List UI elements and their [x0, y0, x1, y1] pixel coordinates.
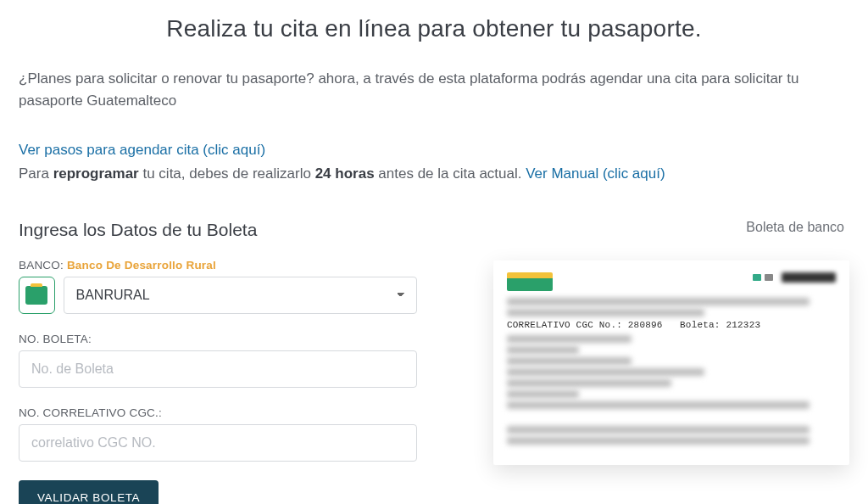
boleta-label: NO. BOLETA:	[19, 333, 417, 345]
bank-name: Banco De Desarrollo Rural	[67, 259, 216, 272]
receipt-clear-line: CORRELATIVO CGC No.: 280896 Boleta: 2123…	[507, 320, 836, 330]
page-title: Realiza tu cita en línea para obtener tu…	[19, 15, 849, 42]
form-section-title: Ingresa los Datos de tu Boleta	[19, 220, 417, 240]
receipt-number-blur	[782, 272, 836, 283]
txt: antes de la cita actual.	[375, 165, 526, 182]
intro-text: ¿Planes para solicitar o renovar tu pasa…	[19, 68, 849, 113]
bank-label: BANCO: Banco De Desarrollo Rural	[19, 259, 417, 272]
bank-logo-box	[19, 277, 55, 314]
validate-button[interactable]: VALIDAR BOLETA	[19, 480, 159, 504]
receipt-logo-icon	[507, 272, 553, 291]
links-block: Ver pasos para agendar cita (clic aquí) …	[19, 138, 849, 186]
bank-logo-icon	[25, 286, 47, 305]
reprogram-text: Para reprogramar tu cita, debes de reali…	[19, 165, 665, 182]
bank-select[interactable]: BANRURAL	[64, 277, 418, 314]
txt-bold: 24 horas	[315, 165, 375, 182]
bank-label-prefix: BANCO:	[19, 259, 67, 272]
receipt-sample-image: CORRELATIVO CGC No.: 280896 Boleta: 2123…	[493, 260, 849, 465]
boleta-input[interactable]	[19, 350, 417, 388]
steps-link[interactable]: Ver pasos para agendar cita (clic aquí)	[19, 142, 265, 158]
cgc-input[interactable]	[19, 424, 417, 462]
form-left: Ingresa los Datos de tu Boleta BANCO: Ba…	[19, 220, 417, 504]
cgc-label: NO. CORRELATIVO CGC.:	[19, 406, 417, 419]
txt: tu cita, debes de realizarlo	[139, 165, 315, 182]
receipt-flags-icon	[753, 274, 773, 281]
receipt-title: Boleta de banco	[746, 220, 849, 235]
txt: Para	[19, 165, 53, 182]
manual-link[interactable]: Ver Manual (clic aquí)	[526, 165, 665, 182]
form-right: Boleta de banco CORRELATIVO CGC No.: 280…	[458, 220, 849, 504]
txt-bold: reprogramar	[53, 165, 139, 182]
